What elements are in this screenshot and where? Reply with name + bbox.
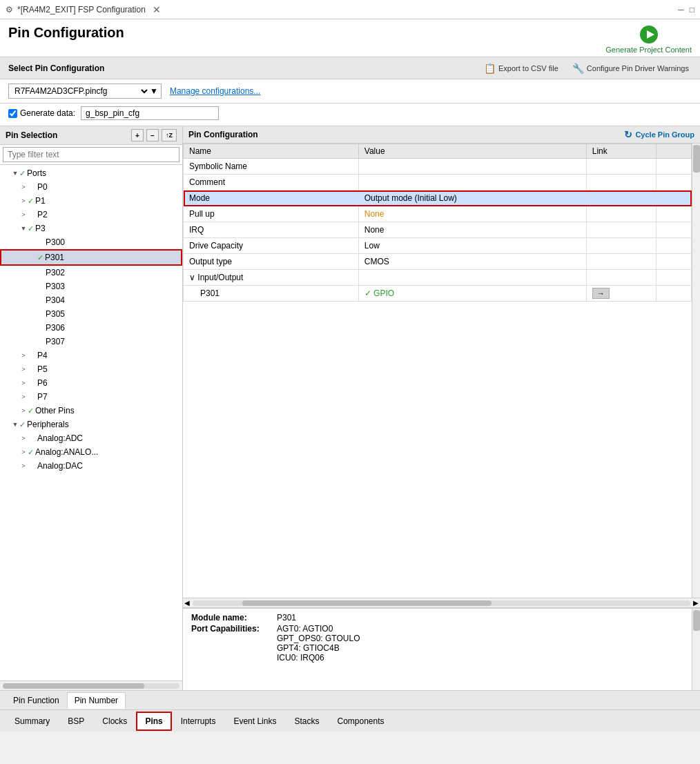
tree-item-label: P306 [46,322,65,334]
bottom-tab-components[interactable]: Components [328,712,393,731]
module-name-value: P301 [277,613,296,623]
bottom-info-vscroll[interactable] [692,609,700,690]
tree-item[interactable]: >P4 [0,349,182,362]
table-h-scroll[interactable]: ◀ ▶ [183,598,700,607]
tree-h-scroll[interactable] [0,680,182,690]
close-icon[interactable]: ✕ [153,4,161,15]
bottom-tab-stacks[interactable]: Stacks [285,712,328,731]
generate-data-checkbox[interactable] [8,109,17,118]
inner-tab-pin-number[interactable]: Pin Number [67,692,126,709]
row-value[interactable]: CMOS [358,254,586,270]
generate-project-btn[interactable]: Generate Project Content [605,25,692,54]
tree-item[interactable]: >Analog:DAC [0,459,182,473]
add-pin-btn[interactable]: + [131,129,144,141]
tree-item-label: P304 [46,294,65,306]
expand-icon: > [19,404,28,417]
table-v-scroll[interactable] [692,144,700,598]
tree-item[interactable]: >✓Other Pins [0,404,182,418]
row-value[interactable] [358,159,586,175]
table-row[interactable]: ∨ Input/Output [184,270,692,286]
row-name: P301 [184,286,359,302]
row-value[interactable]: ✓ GPIO [358,286,586,302]
bottom-tab-summary[interactable]: Summary [6,712,59,731]
link-arrow-btn[interactable]: → [592,288,610,299]
check-icon: ✓ [28,222,34,235]
bottom-tab-interrupts[interactable]: Interrupts [172,712,225,731]
tree-item[interactable]: P304 [0,293,182,307]
configure-icon: 🔧 [572,63,584,74]
csv-icon: 📋 [484,63,496,74]
tree-item[interactable]: ▼✓Peripherals [0,418,182,431]
row-name: Pull up [184,206,359,222]
row-value[interactable]: Low [358,238,586,254]
export-csv-btn[interactable]: 📋 Export to CSV file [481,61,561,75]
table-row[interactable]: Symbolic Name [184,159,692,175]
tree-item[interactable]: P305 [0,307,182,321]
generate-data-section: Generate data: [0,104,700,126]
configure-warnings-btn[interactable]: 🔧 Configure Pin Driver Warnings [570,61,692,75]
config-dropdown-section: R7FA4M2AD3CFP.pincfg ▼ Manage configurat… [0,79,700,104]
sort-az-btn[interactable]: ↑Z [162,129,177,141]
row-extra [657,270,692,286]
tree-item[interactable]: P300 [0,235,182,249]
tree-item-label: P6 [37,377,48,389]
tree-item[interactable]: P302 [0,266,182,280]
inner-tab-pin-function[interactable]: Pin Function [6,692,67,709]
config-select[interactable]: R7FA4M2AD3CFP.pincfg [12,86,150,97]
bottom-tab-clocks[interactable]: Clocks [93,712,136,731]
tree-item[interactable]: ✓P301 [0,249,182,266]
pin-selection-panel: Pin Selection + − ↑Z ▼✓Ports>P0>✓P1>P2▼✓… [0,126,183,690]
table-row[interactable]: Pull upNone [184,206,692,222]
expand-icon: > [19,460,28,472]
generate-icon [639,25,659,44]
tree-item[interactable]: ▼✓Ports [0,166,182,180]
tree-item[interactable]: P303 [0,280,182,293]
minimize-icon[interactable]: ─ [678,5,684,14]
row-extra [657,206,692,222]
tree-item[interactable]: >✓Analog:ANALO... [0,445,182,459]
tree-item[interactable]: >P0 [0,180,182,194]
row-value[interactable]: Output mode (Initial Low) [358,190,586,206]
bottom-tab-pins[interactable]: Pins [136,712,171,731]
bottom-tab-bsp[interactable]: BSP [59,712,93,731]
generate-data-input[interactable] [81,106,219,120]
row-link[interactable]: → [586,286,657,302]
tree-item[interactable]: >✓P1 [0,194,182,208]
tree-item[interactable]: P306 [0,321,182,335]
main-area: Pin Selection + − ↑Z ▼✓Ports>P0>✓P1>P2▼✓… [0,126,700,690]
generate-data-label[interactable]: Generate data: [8,108,75,118]
row-value[interactable] [358,175,586,190]
tree-item[interactable]: >P7 [0,390,182,404]
tree-item[interactable]: ▼✓P3 [0,222,182,235]
pin-config-title: Pin Configuration [188,130,258,139]
maximize-icon[interactable]: □ [690,5,694,14]
table-row[interactable]: P301✓ GPIO→ [184,286,692,302]
filter-input[interactable] [3,147,179,162]
pin-tree: ▼✓Ports>P0>✓P1>P2▼✓P3 P300 ✓P301 P302 P3… [0,165,182,680]
manage-configurations-link[interactable]: Manage configurations... [170,86,260,96]
table-row[interactable]: Drive CapacityLow [184,238,692,254]
bottom-tab-event-links[interactable]: Event Links [224,712,285,731]
table-row[interactable]: IRQNone [184,222,692,238]
tree-item-label: Peripherals [27,418,69,431]
config-dropdown[interactable]: R7FA4M2AD3CFP.pincfg ▼ [8,84,162,99]
tree-item-label: P1 [35,195,46,207]
row-value[interactable]: None [358,222,586,238]
expand-icon: > [19,181,28,193]
table-row[interactable]: Comment [184,175,692,190]
tree-item[interactable]: >P6 [0,376,182,390]
row-value[interactable]: None [358,206,586,222]
row-value[interactable] [358,270,586,286]
tree-item-label: Other Pins [35,404,75,417]
tree-item[interactable]: P307 [0,335,182,349]
scroll-left-arrow[interactable]: ◀ [183,599,191,607]
remove-pin-btn[interactable]: − [146,129,159,141]
check-icon: ✓ [28,404,34,417]
scroll-right-arrow[interactable]: ▶ [692,599,700,607]
table-row[interactable]: Output typeCMOS [184,254,692,270]
table-row[interactable]: ModeOutput mode (Initial Low) [184,190,692,206]
tree-item[interactable]: >P5 [0,362,182,376]
tree-item[interactable]: >P2 [0,208,182,222]
tree-item[interactable]: >Analog:ADC [0,431,182,445]
cycle-pin-group-btn[interactable]: ↻ Cycle Pin Group [624,129,694,140]
